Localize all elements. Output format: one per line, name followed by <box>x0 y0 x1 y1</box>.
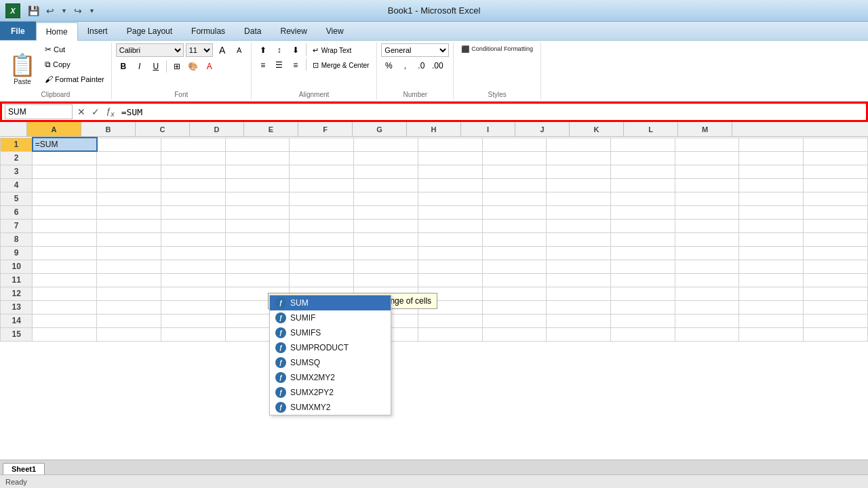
cell-D6[interactable] <box>225 205 290 219</box>
cell-B8[interactable] <box>97 232 161 246</box>
cell-L14[interactable] <box>739 314 804 327</box>
cell-I15[interactable] <box>547 327 611 341</box>
cell-A5[interactable] <box>33 192 97 205</box>
bold-button[interactable]: B <box>116 60 131 73</box>
col-header-j[interactable]: J <box>515 122 570 136</box>
col-header-g[interactable]: G <box>353 122 407 136</box>
cell-I5[interactable] <box>547 192 611 205</box>
row-header-13[interactable]: 13 <box>1 300 33 314</box>
row-header-11[interactable]: 11 <box>1 273 33 287</box>
col-header-a[interactable]: A <box>27 122 81 136</box>
format-painter-button[interactable]: 🖌 Format Painter <box>42 73 107 85</box>
customize-quick-btn[interactable]: ▼ <box>87 6 97 16</box>
cell-E8[interactable] <box>290 232 354 246</box>
cell-C6[interactable] <box>161 205 225 219</box>
cell-E6[interactable] <box>290 205 354 219</box>
cell-C9[interactable] <box>161 246 225 260</box>
cell-G15[interactable] <box>418 327 482 341</box>
cell-H6[interactable] <box>482 205 547 219</box>
cell-L4[interactable] <box>739 178 804 192</box>
cell-D7[interactable] <box>225 219 290 232</box>
font-grow-btn[interactable]: A <box>215 43 230 57</box>
cell-A3[interactable] <box>33 165 97 178</box>
align-middle-btn[interactable]: ↕ <box>272 43 287 57</box>
border-button[interactable]: ⊞ <box>170 60 184 73</box>
tab-page-layout[interactable]: Page Layout <box>117 22 182 40</box>
cell-B6[interactable] <box>97 205 161 219</box>
cell-L6[interactable] <box>739 205 804 219</box>
cell-H11[interactable] <box>482 273 547 287</box>
cell-H1[interactable] <box>482 138 547 151</box>
formula-cancel-btn[interactable]: ✕ <box>75 106 87 118</box>
undo-dropdown-btn[interactable]: ▼ <box>59 6 69 16</box>
ac-item-sumsq[interactable]: ƒ SUMSQ <box>270 355 391 370</box>
ac-item-sumx2py2[interactable]: ƒ SUMX2PY2 <box>270 385 391 400</box>
col-header-c[interactable]: C <box>136 122 190 136</box>
ac-item-sumif[interactable]: ƒ SUMIF <box>270 310 391 325</box>
tab-view[interactable]: View <box>317 22 353 40</box>
cell-E4[interactable] <box>290 178 354 192</box>
row-header-9[interactable]: 9 <box>1 246 33 260</box>
cell-J2[interactable] <box>610 151 675 165</box>
cell-F3[interactable] <box>354 165 418 178</box>
cell-H15[interactable] <box>482 327 547 341</box>
cell-K9[interactable] <box>675 246 739 260</box>
cell-F5[interactable] <box>354 192 418 205</box>
decrease-decimal-btn[interactable]: .00 <box>430 59 445 73</box>
cell-I2[interactable] <box>547 151 611 165</box>
cell-G3[interactable] <box>418 165 482 178</box>
cell-M7[interactable] <box>804 219 868 232</box>
cell-G11[interactable] <box>418 273 482 287</box>
col-header-d[interactable]: D <box>190 122 244 136</box>
cell-J6[interactable] <box>610 205 675 219</box>
cell-L2[interactable] <box>739 151 804 165</box>
cell-F10[interactable] <box>354 260 418 273</box>
cell-E9[interactable] <box>290 246 354 260</box>
cell-C4[interactable] <box>161 178 225 192</box>
cell-G4[interactable] <box>418 178 482 192</box>
cell-D1[interactable] <box>225 138 290 151</box>
cell-A9[interactable] <box>33 246 97 260</box>
cell-B13[interactable] <box>97 300 161 314</box>
cell-F7[interactable] <box>354 219 418 232</box>
cell-L1[interactable] <box>739 138 804 151</box>
font-size-select[interactable]: 11 <box>186 43 213 57</box>
col-header-h[interactable]: H <box>407 122 461 136</box>
cell-J8[interactable] <box>610 232 675 246</box>
cell-B7[interactable] <box>97 219 161 232</box>
cell-F11[interactable] <box>354 273 418 287</box>
cell-M11[interactable] <box>804 273 868 287</box>
paste-button[interactable]: 📋 Paste <box>4 43 41 94</box>
cell-G2[interactable] <box>418 151 482 165</box>
cell-J9[interactable] <box>610 246 675 260</box>
tab-formulas[interactable]: Formulas <box>182 22 235 40</box>
cell-A8[interactable] <box>33 232 97 246</box>
cell-I12[interactable] <box>547 287 611 300</box>
cell-L13[interactable] <box>739 300 804 314</box>
cell-L7[interactable] <box>739 219 804 232</box>
cell-H10[interactable] <box>482 260 547 273</box>
cell-D5[interactable] <box>225 192 290 205</box>
cell-K11[interactable] <box>675 273 739 287</box>
ac-item-sumproduct[interactable]: ƒ SUMPRODUCT <box>270 340 391 355</box>
cut-button[interactable]: ✂ Cut <box>42 43 107 56</box>
cell-K7[interactable] <box>675 219 739 232</box>
cell-I11[interactable] <box>547 273 611 287</box>
cell-K1[interactable] <box>675 138 739 151</box>
cell-H3[interactable] <box>482 165 547 178</box>
cell-A14[interactable] <box>33 314 97 327</box>
cell-G6[interactable] <box>418 205 482 219</box>
cell-D4[interactable] <box>225 178 290 192</box>
cell-B11[interactable] <box>97 273 161 287</box>
ac-item-sum[interactable]: ƒ SUM <box>270 296 391 310</box>
cell-B3[interactable] <box>97 165 161 178</box>
cell-F6[interactable] <box>354 205 418 219</box>
cell-D2[interactable] <box>225 151 290 165</box>
cell-K12[interactable] <box>675 287 739 300</box>
align-left-btn[interactable]: ≡ <box>256 58 271 72</box>
cell-I9[interactable] <box>547 246 611 260</box>
col-header-m[interactable]: M <box>678 122 732 136</box>
cell-H14[interactable] <box>482 314 547 327</box>
row-header-2[interactable]: 2 <box>1 151 33 165</box>
formula-input[interactable] <box>119 104 863 119</box>
